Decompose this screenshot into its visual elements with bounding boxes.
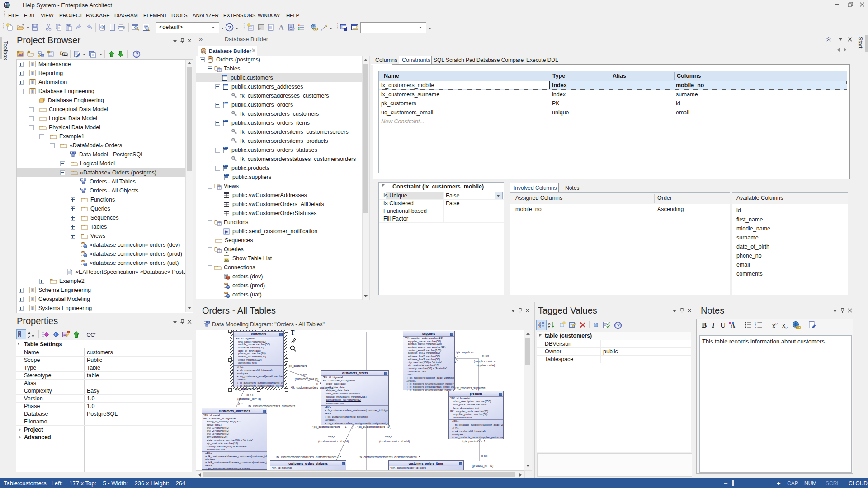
svg-text:Z: Z bbox=[548, 325, 550, 329]
svg-text:3: 3 bbox=[755, 327, 756, 329]
svg-text:?: ? bbox=[228, 25, 231, 30]
svg-text:Z: Z bbox=[28, 335, 30, 338]
svg-text:?: ? bbox=[135, 52, 138, 57]
svg-text:?: ? bbox=[617, 323, 619, 328]
